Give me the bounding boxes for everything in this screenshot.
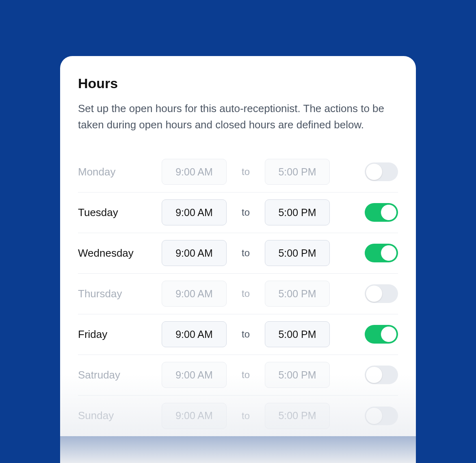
- day-label: Thursday: [78, 288, 162, 300]
- day-toggle[interactable]: [365, 407, 398, 425]
- day-toggle[interactable]: [365, 366, 398, 384]
- open-time-input[interactable]: 9:00 AM: [162, 403, 227, 429]
- open-time-input[interactable]: 9:00 AM: [162, 321, 227, 347]
- day-row: Thursday9:00 AMto5:00 PM: [78, 274, 398, 314]
- day-row: Tuesday9:00 AMto5:00 PM: [78, 193, 398, 233]
- toggle-knob: [366, 408, 382, 424]
- close-time-input[interactable]: 5:00 PM: [265, 321, 330, 347]
- day-row: Wednesday9:00 AMto5:00 PM: [78, 233, 398, 274]
- day-toggle[interactable]: [365, 325, 398, 344]
- page-description: Set up the open hours for this auto-rece…: [78, 100, 398, 133]
- close-time-input[interactable]: 5:00 PM: [265, 199, 330, 225]
- hours-rows: Monday9:00 AMto5:00 PMTuesday9:00 AMto5:…: [78, 152, 398, 436]
- toggle-knob: [381, 245, 397, 261]
- to-label: to: [227, 329, 265, 340]
- day-label: Friday: [78, 328, 162, 341]
- open-time-input[interactable]: 9:00 AM: [162, 362, 227, 388]
- open-time-input[interactable]: 9:00 AM: [162, 199, 227, 225]
- toggle-knob: [381, 326, 397, 342]
- day-row: Sunday9:00 AMto5:00 PM: [78, 396, 398, 436]
- toggle-knob: [366, 367, 382, 383]
- day-label: Tuesday: [78, 206, 162, 219]
- to-label: to: [227, 288, 265, 299]
- hours-card: Hours Set up the open hours for this aut…: [60, 56, 416, 436]
- page-title: Hours: [78, 76, 398, 91]
- open-time-input[interactable]: 9:00 AM: [162, 159, 227, 185]
- day-row: Friday9:00 AMto5:00 PM: [78, 314, 398, 355]
- to-label: to: [227, 369, 265, 381]
- day-label: Wednesday: [78, 247, 162, 260]
- close-time-input[interactable]: 5:00 PM: [265, 281, 330, 307]
- toggle-knob: [366, 164, 382, 180]
- day-toggle[interactable]: [365, 284, 398, 303]
- day-toggle[interactable]: [365, 203, 398, 222]
- close-time-input[interactable]: 5:00 PM: [265, 403, 330, 429]
- to-label: to: [227, 207, 265, 218]
- close-time-input[interactable]: 5:00 PM: [265, 159, 330, 185]
- to-label: to: [227, 247, 265, 259]
- day-label: Monday: [78, 166, 162, 178]
- day-row: Monday9:00 AMto5:00 PM: [78, 152, 398, 193]
- to-label: to: [227, 410, 265, 422]
- open-time-input[interactable]: 9:00 AM: [162, 240, 227, 266]
- day-toggle[interactable]: [365, 244, 398, 262]
- day-label: Satruday: [78, 369, 162, 381]
- to-label: to: [227, 166, 265, 177]
- toggle-knob: [366, 286, 382, 302]
- toggle-knob: [381, 204, 397, 221]
- day-toggle[interactable]: [365, 162, 398, 181]
- close-time-input[interactable]: 5:00 PM: [265, 240, 330, 266]
- day-row: Satruday9:00 AMto5:00 PM: [78, 355, 398, 396]
- close-time-input[interactable]: 5:00 PM: [265, 362, 330, 388]
- day-label: Sunday: [78, 409, 162, 422]
- open-time-input[interactable]: 9:00 AM: [162, 281, 227, 307]
